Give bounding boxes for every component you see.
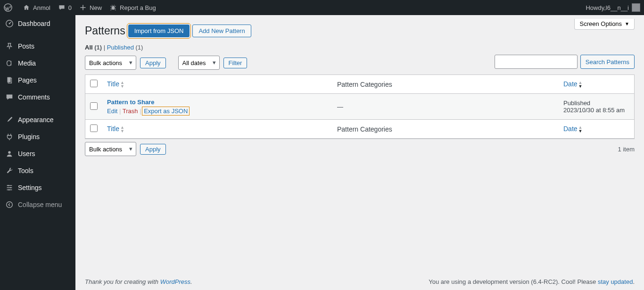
select-all-checkbox-foot[interactable]	[90, 124, 98, 132]
collapse-label: Collapse menu	[18, 201, 62, 208]
screen-options-toggle[interactable]: Screen Options ▼	[574, 19, 635, 30]
bug-label: Report a Bug	[120, 4, 156, 11]
page-title: Patterns	[85, 25, 125, 37]
row-datetime: 2023/10/30 at 8:55 am	[563, 107, 629, 114]
new-content-link[interactable]: New	[75, 0, 106, 15]
site-name-link[interactable]: Anmol	[19, 0, 54, 15]
apply-bulk-button[interactable]: Apply	[140, 58, 166, 68]
row-categories: —	[332, 94, 559, 120]
sidebar-item-label: Settings	[18, 184, 42, 191]
collapse-menu[interactable]: Collapse menu	[0, 196, 75, 213]
row-title-link[interactable]: Pattern to Share	[107, 99, 154, 106]
bug-icon	[109, 4, 117, 11]
add-new-pattern-button[interactable]: Add New Pattern	[192, 25, 251, 37]
report-bug-link[interactable]: Report a Bug	[106, 0, 160, 15]
wordpress-icon	[4, 3, 12, 12]
edit-action[interactable]: Edit	[107, 108, 117, 115]
brush-icon	[5, 115, 14, 124]
table-row: Pattern to Share Edit | Trash | Export a…	[85, 94, 634, 120]
comment-icon	[58, 4, 66, 11]
bulk-actions-select[interactable]: Bulk actions	[85, 56, 136, 70]
chevron-down-icon: ▼	[625, 21, 629, 26]
sidebar-item-comments[interactable]: Comments	[0, 89, 75, 106]
export-json-action[interactable]: Export as JSON	[143, 108, 189, 115]
sidebar-item-settings[interactable]: Settings	[0, 179, 75, 196]
my-account-link[interactable]: Howdy, l6__n__i	[582, 0, 644, 15]
screen-options-label: Screen Options	[579, 20, 622, 27]
sort-arrows-icon: ▲▼	[120, 81, 124, 88]
avatar	[632, 3, 640, 12]
import-json-button[interactable]: Import from JSON	[128, 25, 190, 37]
comment-icon	[5, 92, 14, 102]
svg-point-6	[8, 151, 10, 154]
bulk-actions-select-bottom[interactable]: Bulk actions	[85, 142, 136, 156]
site-name-label: Anmol	[33, 4, 50, 11]
pin-icon	[5, 41, 14, 51]
media-icon	[5, 58, 14, 68]
sidebar-item-appearance[interactable]: Appearance	[0, 111, 75, 128]
date-filter-select[interactable]: All dates	[178, 56, 220, 70]
svg-point-8	[10, 187, 11, 189]
sidebar-item-label: Tools	[18, 167, 33, 174]
apply-bulk-button-bottom[interactable]: Apply	[140, 144, 166, 155]
svg-point-3	[9, 23, 10, 25]
sidebar-item-plugins[interactable]: Plugins	[0, 128, 75, 145]
comments-link[interactable]: 0	[54, 0, 75, 15]
sidebar-item-label: Appearance	[18, 116, 54, 124]
column-date-sort-foot[interactable]: Date▲▼	[563, 125, 583, 133]
page-icon	[5, 75, 14, 85]
trash-action[interactable]: Trash	[123, 108, 138, 115]
collapse-icon	[5, 200, 14, 209]
select-all-checkbox[interactable]	[90, 80, 98, 87]
search-button[interactable]: Search Patterns	[580, 55, 635, 69]
column-categories: Pattern Categories	[332, 75, 559, 94]
svg-point-1	[112, 6, 115, 10]
sidebar-item-tools[interactable]: Tools	[0, 162, 75, 179]
filter-published[interactable]: Published (1)	[107, 44, 143, 51]
column-categories-foot: Pattern Categories	[332, 120, 559, 139]
column-date-sort[interactable]: Date▲▼	[563, 80, 583, 88]
new-label: New	[90, 4, 102, 11]
patterns-table: Title▲▼ Pattern Categories Date▲▼ Patter…	[85, 75, 635, 139]
sidebar-item-dashboard[interactable]: Dashboard	[0, 15, 75, 32]
sidebar-item-media[interactable]: Media	[0, 55, 75, 72]
wordpress-link[interactable]: WordPress	[160, 278, 190, 285]
filter-button[interactable]: Filter	[223, 58, 248, 68]
column-title-sort-foot[interactable]: Title▲▼	[107, 125, 124, 133]
sidebar-item-label: Plugins	[18, 133, 40, 141]
row-checkbox[interactable]	[90, 102, 98, 110]
dashboard-icon	[5, 19, 14, 28]
svg-point-10	[7, 202, 13, 208]
sidebar-item-label: Users	[18, 150, 35, 157]
user-icon	[5, 149, 14, 158]
footer-left: Thank you for creating with WordPress.	[85, 278, 192, 285]
filter-all[interactable]: All (1)	[85, 44, 102, 51]
comments-count: 0	[68, 4, 72, 11]
sidebar-item-label: Pages	[18, 76, 37, 84]
plus-icon	[79, 4, 87, 11]
footer-right: You are using a development version (6.4…	[429, 278, 635, 285]
sort-arrows-icon: ▲▼	[578, 125, 583, 133]
sidebar-item-posts[interactable]: Posts	[0, 38, 75, 55]
wrench-icon	[5, 166, 14, 175]
sort-arrows-icon: ▲▼	[578, 81, 583, 88]
stay-updated-link[interactable]: stay updated	[598, 278, 633, 285]
column-title-sort[interactable]: Title▲▼	[107, 80, 124, 88]
sidebar-item-label: Comments	[18, 93, 50, 101]
sidebar-item-users[interactable]: Users	[0, 145, 75, 162]
username-label: l6__n__i	[606, 4, 629, 11]
sliders-icon	[5, 183, 14, 192]
wp-logo-menu[interactable]	[0, 0, 19, 15]
svg-point-7	[8, 185, 9, 186]
plug-icon	[5, 132, 14, 141]
sidebar-item-pages[interactable]: Pages	[0, 72, 75, 89]
sidebar-item-label: Media	[18, 59, 36, 67]
svg-point-9	[8, 189, 10, 191]
howdy-prefix: Howdy,	[586, 4, 605, 11]
view-filter-links: All (1) | Published (1)	[85, 44, 635, 51]
sidebar-item-label: Posts	[18, 42, 34, 50]
sort-arrows-icon: ▲▼	[120, 125, 124, 133]
home-icon	[23, 4, 30, 11]
sidebar-item-label: Dashboard	[18, 20, 50, 27]
search-input[interactable]	[495, 55, 578, 69]
